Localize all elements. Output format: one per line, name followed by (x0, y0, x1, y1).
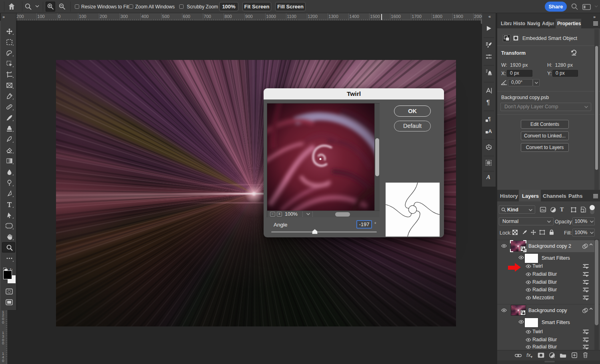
svg-text:¶: ¶ (486, 99, 490, 106)
svg-text:A: A (488, 128, 492, 134)
svg-text:¶: ¶ (488, 116, 491, 122)
svg-text:A: A (486, 174, 490, 180)
